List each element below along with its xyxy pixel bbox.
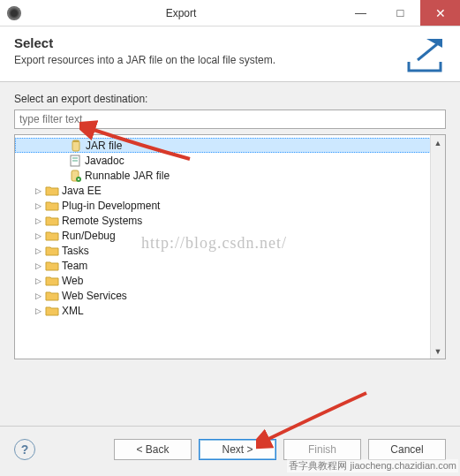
back-button[interactable]: < Back [114, 439, 192, 460]
corner-watermark: 香字典教程网 jiaocheng.chazidian.com [287, 459, 458, 472]
page-description: Export resources into a JAR file on the … [14, 54, 395, 66]
folder-icon [45, 199, 59, 213]
tree-folder-tasks[interactable]: ▷Tasks [15, 243, 445, 258]
tree-item-label: Runnable JAR file [85, 170, 170, 182]
export-icon [403, 35, 446, 72]
tree-item-label: Remote Systems [62, 215, 142, 227]
tree-item-label: Team [62, 260, 87, 272]
expand-icon[interactable]: ▷ [33, 276, 43, 285]
folder-icon [45, 289, 59, 303]
tree-item-label: Run/Debug [62, 230, 116, 242]
close-button[interactable]: ✕ [420, 0, 460, 26]
folder-icon [45, 244, 59, 258]
tree-item-label: Web Services [62, 290, 127, 302]
tree-item-jar-file[interactable]: JAR file [15, 138, 445, 153]
tree-folder-java-ee[interactable]: ▷Java EE [15, 183, 445, 198]
tree-folder-remote-systems[interactable]: ▷Remote Systems [15, 213, 445, 228]
expand-icon[interactable]: ▷ [33, 216, 43, 225]
folder-icon [45, 304, 59, 318]
page-title: Select [14, 35, 395, 50]
tree-item-label: Web [62, 275, 83, 287]
maximize-button[interactable]: □ [381, 0, 420, 26]
cancel-button[interactable]: Cancel [368, 439, 446, 460]
jar-icon [69, 139, 83, 153]
folder-icon [45, 184, 59, 198]
expand-icon[interactable]: ▷ [33, 261, 43, 270]
tree-folder-xml[interactable]: ▷XML [15, 303, 445, 318]
tree-folder-web-services[interactable]: ▷Web Services [15, 288, 445, 303]
expand-icon[interactable]: ▷ [33, 186, 43, 195]
expand-icon[interactable]: ▷ [33, 246, 43, 255]
folder-icon [45, 214, 59, 228]
tree-item-label: Tasks [62, 245, 89, 257]
tree-item-javadoc[interactable]: Javadoc [15, 153, 445, 168]
filter-input[interactable] [14, 110, 446, 129]
tree-folder-run-debug[interactable]: ▷Run/Debug [15, 228, 445, 243]
destination-label: Select an export destination: [14, 93, 446, 105]
scroll-up-button[interactable]: ▲ [431, 135, 445, 150]
tree-item-label: JAR file [86, 140, 122, 152]
tree-folder-web[interactable]: ▷Web [15, 273, 445, 288]
javadoc-icon [68, 154, 82, 168]
tree-item-label: Java EE [62, 185, 102, 197]
tree-folder-team[interactable]: ▷Team [15, 258, 445, 273]
expand-icon[interactable]: ▷ [33, 306, 43, 315]
next-button[interactable]: Next > [199, 439, 276, 460]
expand-icon[interactable]: ▷ [33, 201, 43, 210]
finish-button: Finish [283, 439, 361, 460]
app-icon [7, 6, 21, 20]
folder-icon [45, 274, 59, 288]
tree-item-label: Javadoc [85, 155, 124, 167]
folder-icon [45, 259, 59, 273]
tree-scrollbar[interactable]: ▲ ▼ [430, 135, 445, 359]
folder-icon [45, 229, 59, 243]
scroll-down-button[interactable]: ▼ [431, 344, 445, 359]
export-tree[interactable]: JAR fileJavadocRunnable JAR file▷Java EE… [14, 134, 446, 359]
expand-icon[interactable]: ▷ [33, 231, 43, 240]
tree-item-runnable-jar-file[interactable]: Runnable JAR file [15, 168, 445, 183]
expand-icon[interactable]: ▷ [33, 291, 43, 300]
tree-item-label: XML [62, 305, 84, 317]
window-title: Export [21, 7, 341, 19]
minimize-button[interactable]: — [341, 0, 381, 26]
tree-folder-plug-in-development[interactable]: ▷Plug-in Development [15, 198, 445, 213]
tree-item-label: Plug-in Development [62, 200, 160, 212]
runjar-icon [68, 169, 82, 183]
help-button[interactable]: ? [14, 439, 35, 460]
svg-rect-1 [73, 140, 79, 142]
